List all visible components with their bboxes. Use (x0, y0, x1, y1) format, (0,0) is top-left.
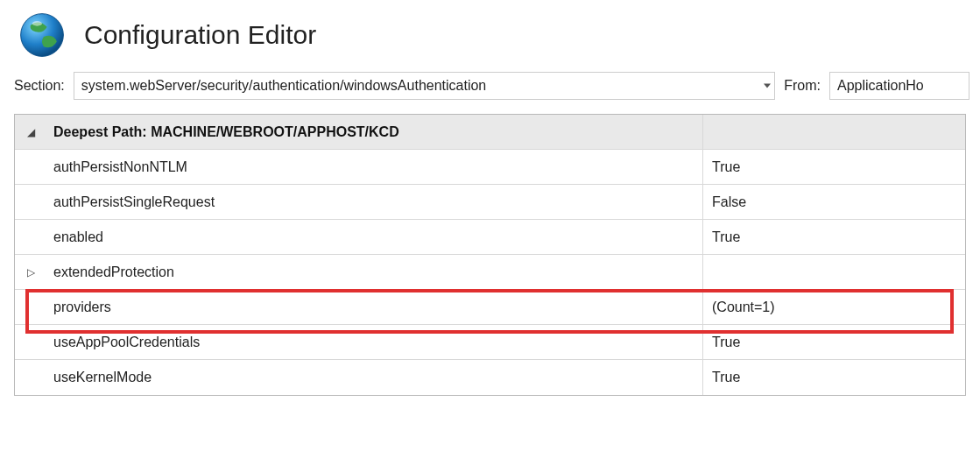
property-value[interactable] (702, 255, 965, 289)
from-dropdown-value: ApplicationHo (837, 78, 924, 94)
property-value[interactable]: True (702, 325, 965, 359)
property-name: useAppPoolCredentials (46, 335, 702, 350)
section-dropdown[interactable]: system.webServer/security/authentication… (74, 72, 775, 100)
expand-icon[interactable]: ▷ (15, 266, 46, 278)
from-dropdown[interactable]: ApplicationHo (829, 72, 969, 100)
property-name: providers (46, 299, 702, 315)
property-row[interactable]: ▷ extendedProtection (15, 255, 965, 290)
property-row[interactable]: providers (Count=1) (15, 290, 965, 325)
property-row[interactable]: authPersistSingleRequest False (15, 185, 965, 220)
chevron-down-icon (764, 84, 771, 88)
section-dropdown-value: system.webServer/security/authentication… (81, 78, 486, 94)
grid-header-row[interactable]: ◢ Deepest Path: MACHINE/WEBROOT/APPHOST/… (15, 115, 965, 150)
svg-point-0 (21, 14, 64, 57)
property-name: useKernelMode (46, 370, 702, 385)
from-label: From: (784, 78, 821, 94)
section-label: Section: (14, 78, 65, 94)
property-value[interactable]: True (702, 220, 965, 254)
property-value[interactable]: True (702, 150, 965, 184)
property-name: extendedProtection (46, 264, 702, 280)
property-value[interactable]: True (702, 360, 965, 395)
property-value[interactable]: (Count=1) (702, 290, 965, 324)
property-row[interactable]: enabled True (15, 220, 965, 255)
header-value (702, 115, 965, 149)
property-row[interactable]: useAppPoolCredentials True (15, 325, 965, 360)
property-grid: ◢ Deepest Path: MACHINE/WEBROOT/APPHOST/… (14, 114, 966, 396)
property-name: authPersistNonNTLM (46, 159, 702, 175)
collapse-icon[interactable]: ◢ (15, 126, 46, 138)
property-row[interactable]: useKernelMode True (15, 360, 965, 395)
page-title: Configuration Editor (84, 20, 316, 50)
property-name: authPersistSingleRequest (46, 194, 702, 210)
svg-point-1 (32, 21, 42, 26)
property-row[interactable]: authPersistNonNTLM True (15, 150, 965, 185)
globe-icon (16, 9, 68, 61)
header-prefix: Deepest Path: (53, 124, 151, 139)
selectors-bar: Section: system.webServer/security/authe… (0, 68, 980, 107)
property-value[interactable]: False (702, 185, 965, 219)
property-name: enabled (46, 229, 702, 245)
header-path: MACHINE/WEBROOT/APPHOST/KCD (151, 124, 399, 139)
header: Configuration Editor (0, 0, 980, 68)
